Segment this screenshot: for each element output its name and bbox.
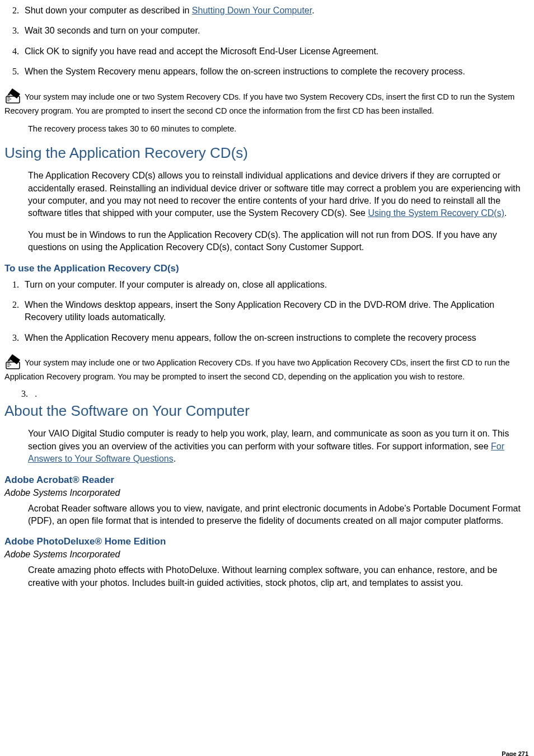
subheading-use-app-recovery: To use the Application Recovery CD(s) [4,263,530,274]
software-title: Adobe PhotoDeluxe® Home Edition [4,536,530,547]
software-vendor: Adobe Systems Incorporated [4,488,530,498]
software-title: Adobe Acrobat® Reader [4,475,530,486]
orphan-dot: . [35,389,37,398]
section-heading-about-software: About the Software on Your Computer [4,402,530,420]
software-vendor: Adobe Systems Incorporated [4,550,530,560]
p1-pre: Your VAIO Digital Studio computer is rea… [28,429,509,450]
section2-p1: Your VAIO Digital Studio computer is rea… [28,428,525,465]
note-block: Your system may include one or two Syste… [4,86,530,116]
list-item-text-post: . [312,6,314,15]
p1-post: . [174,454,176,463]
pen-note-icon [4,352,24,371]
note-block: Your system may include one or two Appli… [4,352,530,382]
pen-note-icon [4,86,24,105]
recovery-steps-list: Shut down your computer as described in … [4,4,530,78]
list-item: Turn on your computer. If your computer … [21,279,530,291]
orphan-num: 3. [21,389,32,399]
software-desc: Acrobat Reader software allows you to vi… [28,503,525,528]
note-followup: The recovery process takes 30 to 60 minu… [28,123,525,134]
note-text: Your system may include one or two Syste… [4,92,514,115]
software-desc: Create amazing photo effects with PhotoD… [28,564,525,589]
section1-p2: You must be in Windows to run the Applic… [28,229,525,254]
list-item: Wait 30 seconds and turn on your compute… [21,25,530,37]
list-item-text: When the Windows desktop appears, insert… [25,300,494,322]
list-item: When the Windows desktop appears, insert… [21,299,530,324]
list-item-text: Click OK to signify you have read and ac… [25,46,378,56]
p1-post: . [504,208,507,218]
app-recovery-steps-list: Turn on your computer. If your computer … [4,279,530,345]
list-item-text: When the Application Recovery menu appea… [25,333,476,342]
orphan-list-item: 3. . [21,389,530,399]
section1-p1: The Application Recovery CD(s) allows yo… [28,170,525,220]
list-item-text: Turn on your computer. If your computer … [25,280,327,289]
list-item-text: When the System Recovery menu appears, f… [25,67,465,76]
list-item: When the Application Recovery menu appea… [21,332,530,344]
list-item-text-pre: Shut down your computer as described in [25,6,192,15]
list-item: Click OK to signify you have read and ac… [21,45,530,58]
page-number: Page 271 [502,750,528,756]
list-item: Shut down your computer as described in … [21,4,530,17]
note-text: Your system may include one or two Appli… [4,358,510,381]
list-item-text: Wait 30 seconds and turn on your compute… [25,26,200,35]
section-heading-app-recovery: Using the Application Recovery CD(s) [4,144,530,162]
list-item: When the System Recovery menu appears, f… [21,65,530,78]
shutdown-link[interactable]: Shutting Down Your Computer [192,6,312,15]
system-recovery-link[interactable]: Using the System Recovery CD(s) [368,208,504,218]
